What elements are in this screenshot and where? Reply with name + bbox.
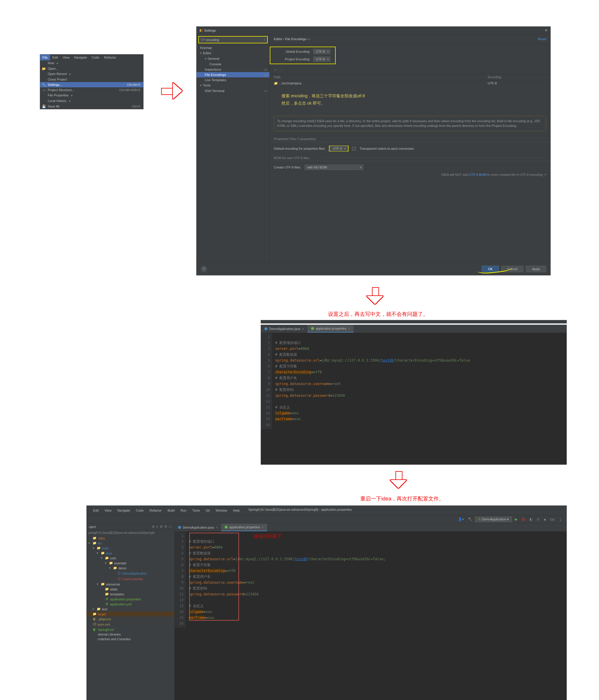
tree-editor[interactable]: ▾Editor [197,50,269,56]
bom-label: Create UTF-8 files: [274,166,301,169]
proj-spring8-iml[interactable]: ◧Spring8.iml [87,627,174,632]
run-config-dropdown[interactable]: ↻ DemoApplication ▾ [475,517,512,522]
editor-code[interactable]: # 配置项目端口server.port=8084# 配置数据源spring.da… [272,333,567,429]
close-tab-icon[interactable]: × [262,525,263,529]
global-encoding-dropdown[interactable]: UTF-8 [313,49,331,54]
menuitem-project-structure-[interactable]: ▭Project Structure...Ctrl+Alt+Shift+S [40,87,143,93]
settings-search[interactable]: Q▾encoding× [198,36,268,43]
coverage-icon[interactable]: ◧ [528,518,534,521]
props-encoding-dropdown[interactable]: UTF-8 [330,146,347,151]
ok-button[interactable]: OK [482,266,499,272]
ide-menu-navigate[interactable]: Navigate [114,507,133,514]
stop-icon[interactable]: ■ [543,518,547,521]
proj-pom-xml[interactable]: ⓜpom.xml [87,622,174,627]
cancel-button[interactable]: Cancel [501,266,523,272]
ide-menu-refactor[interactable]: Refactor [147,507,165,514]
proj-application-properties[interactable]: ⚙application.properties [87,597,174,602]
proj-templates[interactable]: 📁templates [87,592,174,597]
tree-inspections[interactable]: Inspections▭ [197,67,269,72]
bom-link[interactable]: UTF-8 BOM [469,173,486,176]
expand-icon[interactable]: ⇵ [160,525,162,529]
proj-src[interactable]: ▾📁src [87,541,174,546]
ide-menu-build[interactable]: Build [165,507,178,514]
project-root[interactable]: pring8 G:\Java面试\java-ee-advanced\Spring… [87,530,174,535]
tree-file-encodings[interactable]: File Encodings▭ [197,72,269,77]
menu-file[interactable]: File [40,54,50,60]
help-button[interactable]: ? [201,266,207,272]
proj-com[interactable]: ▾📁com [87,555,174,560]
ide-menu-code[interactable]: Code [133,507,147,514]
menu-view[interactable]: View [60,54,72,60]
proj-resources[interactable]: ▾📁resources [87,582,174,586]
remove-icon[interactable]: － [280,68,283,72]
git-pull-icon[interactable]: ⭳ [558,518,564,521]
proj-usercontroller[interactable]: ⒸUserController [87,576,174,582]
menuitem-close-project[interactable]: Close Project [40,77,143,82]
ide-menu-git[interactable]: Git [203,507,213,514]
proj-java[interactable]: ▾📁java [87,551,174,555]
close-tab-icon[interactable]: × [215,526,217,529]
menu-refactor[interactable]: Refactor [102,54,119,60]
hammer-icon[interactable]: 🔨 [467,518,473,521]
tree-console[interactable]: Console [197,61,269,67]
apply-button[interactable]: Apply [526,266,546,272]
transparent-checkbox[interactable] [352,147,356,151]
proj--idea[interactable]: 📁.idea [87,535,174,541]
menu-navigate[interactable]: Navigate [72,54,89,60]
collapse-icon[interactable]: ⊕ [152,525,155,529]
proj-static[interactable]: 📁static [87,586,174,592]
tab-application-properties[interactable]: application.properties × [308,325,354,332]
profile-icon[interactable]: ⏱ [536,518,541,521]
menu-edit[interactable]: Edit [50,54,60,60]
debug-icon[interactable]: 🐞 [520,518,527,521]
add-icon[interactable]: ＋ [274,68,277,72]
tab-demoapplication-java[interactable]: DemoApplication.java × [261,325,308,332]
project-header[interactable]: oject [89,525,96,529]
run-icon[interactable]: ▶ [514,518,518,521]
ide-menu-help[interactable]: Help [230,507,242,514]
close-tab-icon[interactable]: × [348,327,350,330]
proj-application-yml[interactable]: ⚙application.yml [87,602,174,606]
ide-menu-view[interactable]: View [102,507,114,514]
menuitem-local-history[interactable]: Local History [40,98,143,104]
select-opened-icon[interactable]: ≡ [156,525,158,529]
tree-ssh-terminal[interactable]: SSH Terminal▭ [197,88,269,94]
tree-general[interactable]: ▾General [197,56,269,61]
ide-menu-edit[interactable]: Edit [90,507,102,514]
menuitem-open-recent[interactable]: Open Recent [40,71,143,77]
hide-icon[interactable]: — [169,525,172,529]
settings-icon[interactable]: ✲ [164,525,167,529]
close-icon[interactable]: ✕ [545,28,547,32]
proj-demoapplication[interactable]: ⒸDemoApplication [87,571,174,576]
proj-demo[interactable]: ▾📁demo [87,566,174,571]
ide-menu-run[interactable]: Run [178,507,189,514]
tab-application-properties[interactable]: application.properties × [221,524,267,531]
user-icon[interactable]: 👤▾ [457,518,465,521]
bom-dropdown[interactable]: with NO BOM [305,165,363,170]
ide-menu-window[interactable]: Window [213,507,230,514]
editor-code-2[interactable]: # 配置项目端口server.port=8084# 配置数据源spring.da… [186,531,567,628]
proj-cratches-and-consoles[interactable]: cratches and Consoles [87,637,174,642]
close-tab-icon[interactable]: × [302,327,304,330]
tree-tools[interactable]: ▾Tools [197,83,269,88]
project-encoding-dropdown[interactable]: UTF-8 [313,56,331,62]
proj-xternal-libraries[interactable]: xternal Libraries [87,632,174,637]
menuitem-save-all[interactable]: 💾Save AllCtrl+S [40,104,143,109]
clear-icon[interactable]: × [264,38,265,42]
reset-link[interactable]: Reset [538,37,546,41]
menu-code[interactable]: Code [89,54,102,60]
proj-example[interactable]: ▾📁example [87,560,174,566]
menuitem-file-properties[interactable]: File Properties [40,93,143,98]
encoding-table-row[interactable]: 📁 ...\src\main\java UTF-8 [270,80,550,86]
menuitem-settings-[interactable]: 🔧Settings...Ctrl+Alt+S [40,82,143,87]
proj--gitignore[interactable]: ◧.gitignore [87,617,174,622]
proj-target[interactable]: 📁target [87,611,174,617]
menuitem-new[interactable]: New [40,60,143,66]
tree-keymap[interactable]: Keymap [197,45,269,50]
menuitem-open-[interactable]: 📂Open... [40,66,143,71]
tree-live-templates[interactable]: Live Templates [197,77,269,83]
proj-test[interactable]: ▸📁test [87,606,174,611]
proj-main[interactable]: ▾📁main [87,546,174,551]
tab-demoapplication-java[interactable]: DemoApplication.java × [175,524,221,531]
ide-menu-tools[interactable]: Tools [189,507,203,514]
